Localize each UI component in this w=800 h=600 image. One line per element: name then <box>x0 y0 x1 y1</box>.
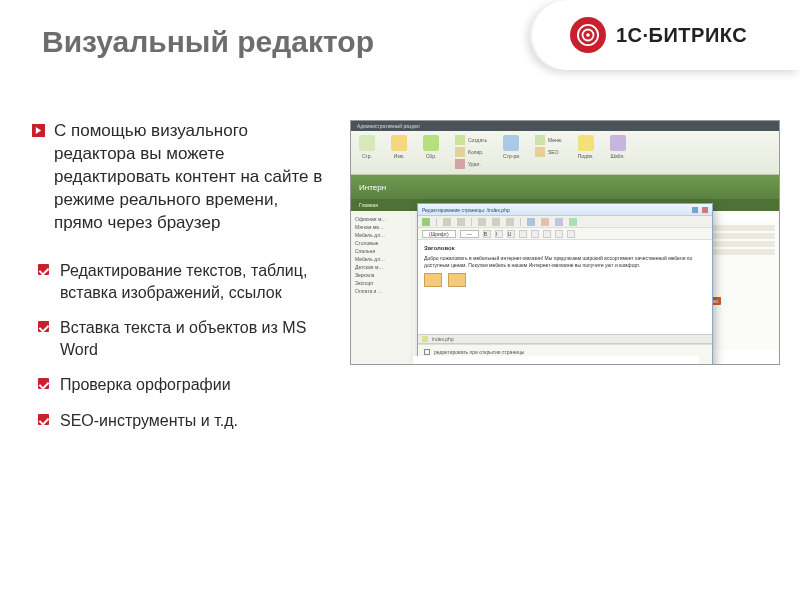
edit-icon <box>391 135 407 151</box>
content-heading: Заголовок <box>424 244 706 252</box>
lead-paragraph-block: С помощью визуального редактора вы может… <box>32 120 326 235</box>
ribbon-button[interactable]: Стр-ра <box>503 135 519 159</box>
check-icon <box>38 378 49 389</box>
brand-badge: 1С·БИТРИКС <box>530 0 800 70</box>
list-item: Редактирование текстов, таблиц, вставка … <box>38 260 328 303</box>
ribbon-button[interactable]: Изм. <box>391 135 407 159</box>
align-right-button[interactable] <box>543 230 551 238</box>
list-item: SEO-инструменты и т.д. <box>38 410 328 432</box>
bold-button[interactable]: B <box>483 230 491 238</box>
brand-name: 1С·БИТРИКС <box>616 24 747 47</box>
list-ol-button[interactable] <box>567 230 575 238</box>
arrow-icon <box>32 124 45 137</box>
ribbon-small-button[interactable]: Меню <box>535 135 562 145</box>
check-icon <box>38 414 49 425</box>
editor-toolbar-primary <box>418 216 712 228</box>
site-preview: Интерн Главная Офисная м… Мягкая ме… Меб… <box>351 175 779 364</box>
checkbox-label: редактировать при открытии страницы <box>434 349 524 355</box>
admin-bar: Административный раздел <box>351 121 779 131</box>
content-image <box>448 273 466 287</box>
check-icon <box>38 264 49 275</box>
close-icon[interactable] <box>702 207 708 213</box>
copy-icon <box>455 147 465 157</box>
ribbon-button[interactable]: Сбр. <box>423 135 439 159</box>
paste-icon[interactable] <box>506 218 514 226</box>
list-item: Проверка орфографии <box>38 374 328 396</box>
site-header: Интерн <box>351 175 779 199</box>
menu-icon <box>535 135 545 145</box>
content-paragraph: Добро пожаловать в мебельный интернет-ма… <box>424 255 706 269</box>
undo-icon[interactable] <box>443 218 451 226</box>
file-icon <box>422 336 428 342</box>
underline-button[interactable]: U <box>507 230 515 238</box>
ribbon-small-button[interactable]: Создать <box>455 135 487 145</box>
check-icon <box>38 321 49 332</box>
feature-list: Редактирование текстов, таблиц, вставка … <box>38 260 328 446</box>
editor-screenshot: Административный раздел Стр. Изм. Сбр. С… <box>350 120 780 365</box>
save-icon[interactable] <box>422 218 430 226</box>
brand-logo-icon <box>570 17 606 53</box>
ribbon-small-button[interactable]: Копир. <box>455 147 487 157</box>
editor-file-bar: index.php <box>418 334 712 344</box>
template-icon <box>610 135 626 151</box>
new-icon <box>455 135 465 145</box>
editor-canvas[interactable]: Заголовок Добро пожаловать в мебельный и… <box>418 240 712 334</box>
visual-editor-window: Редактирование страницы: /index.php <box>417 203 713 365</box>
cut-icon[interactable] <box>478 218 486 226</box>
structure-icon <box>503 135 519 151</box>
delete-icon <box>455 159 465 169</box>
lead-paragraph: С помощью визуального редактора вы может… <box>54 120 326 235</box>
ribbon-button[interactable]: Стр. <box>359 135 375 159</box>
list-ul-button[interactable] <box>555 230 563 238</box>
page-title: Визуальный редактор <box>42 25 374 59</box>
editor-window-title: Редактирование страницы: /index.php <box>422 207 510 213</box>
checkbox[interactable] <box>424 349 430 355</box>
ribbon-small-button[interactable]: SEO <box>535 147 562 157</box>
illustration-column: Административный раздел Стр. Изм. Сбр. С… <box>350 120 780 580</box>
editor-titlebar: Редактирование страницы: /index.php <box>418 204 712 216</box>
list-item: Вставка текста и объектов из MS Word <box>38 317 328 360</box>
copy-icon[interactable] <box>492 218 500 226</box>
redo-icon[interactable] <box>457 218 465 226</box>
table-icon[interactable] <box>555 218 563 226</box>
expand-icon[interactable] <box>692 207 698 213</box>
align-left-button[interactable] <box>519 230 527 238</box>
file-name: index.php <box>432 336 454 342</box>
ribbon-button[interactable]: Подсв. <box>578 135 594 159</box>
highlight-icon <box>578 135 594 151</box>
content-image <box>424 273 442 287</box>
link-icon[interactable] <box>527 218 535 226</box>
content-area: С помощью визуального редактора вы может… <box>32 120 780 580</box>
editor-toolbar-format: (Шрифт) — B I U <box>418 228 712 240</box>
italic-button[interactable]: I <box>495 230 503 238</box>
align-center-button[interactable] <box>531 230 539 238</box>
ribbon-button[interactable]: Шабл. <box>610 135 626 159</box>
site-side-menu: Офисная м… Мягкая ме… Мебель дл… Столовы… <box>351 211 413 364</box>
image-icon[interactable] <box>541 218 549 226</box>
svg-point-2 <box>586 33 590 37</box>
font-select[interactable]: (Шрифт) <box>422 230 456 238</box>
seo-icon <box>535 147 545 157</box>
ribbon-toolbar: Стр. Изм. Сбр. Создать Копир. Удал. Стр-… <box>351 131 779 175</box>
refresh-icon <box>423 135 439 151</box>
spellcheck-icon[interactable] <box>569 218 577 226</box>
text-column: С помощью визуального редактора вы может… <box>32 120 326 580</box>
page-icon <box>359 135 375 151</box>
size-select[interactable]: — <box>460 230 479 238</box>
ribbon-small-button[interactable]: Удал. <box>455 159 487 169</box>
